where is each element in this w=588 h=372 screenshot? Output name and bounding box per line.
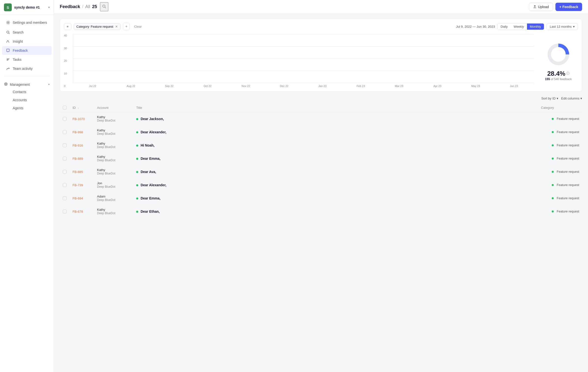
row-id-2[interactable]: FB-916: [73, 144, 83, 147]
clear-filters-button[interactable]: Clear: [132, 24, 144, 30]
row-title-2[interactable]: Hi Noah,: [141, 143, 155, 147]
col-account-header: Account: [94, 103, 133, 112]
sidebar-item-accounts[interactable]: Accounts: [2, 96, 52, 104]
row-title-3[interactable]: Dear Emma,: [141, 157, 160, 161]
x-label-sep22: Sep 22: [150, 85, 188, 87]
col-checkbox: [60, 103, 70, 112]
row-title-6[interactable]: Dear Emma,: [141, 196, 160, 200]
row-checkbox-4[interactable]: [63, 170, 67, 174]
filter-icon-button[interactable]: ≡: [64, 23, 71, 30]
category-label-7: Feature request: [557, 210, 579, 213]
sidebar-item-settings[interactable]: Settings and members: [2, 18, 52, 27]
account-sub-2: Deep BlueDot: [97, 145, 130, 149]
gear-icon: [6, 20, 10, 25]
row-id-6[interactable]: FB-694: [73, 197, 83, 200]
select-all-checkbox[interactable]: [63, 106, 67, 110]
x-label-jun23: Jun 23: [495, 85, 533, 87]
category-dot-6: [552, 197, 554, 199]
row-checkbox-6[interactable]: [63, 196, 67, 200]
info-icon[interactable]: ⓘ: [566, 71, 569, 76]
breadcrumb-separator: /: [82, 4, 83, 9]
search-icon: [6, 30, 10, 35]
account-sub-1: Deep BlueDot: [97, 132, 130, 136]
add-filter-button[interactable]: +: [123, 23, 130, 30]
last-12-months-dropdown[interactable]: Last 12 months ▾: [547, 23, 578, 30]
table-row: FB-885 Kathy Deep BlueDot Dear Ava, Feat…: [60, 165, 582, 178]
row-title-5[interactable]: Dear Alexander,: [141, 183, 166, 187]
row-id-0[interactable]: FB-1070: [73, 117, 85, 121]
sidebar-item-agents[interactable]: Agents: [2, 104, 52, 112]
row-id-1[interactable]: FB-998: [73, 130, 83, 134]
account-sub-6: Deep BlueDot: [97, 198, 130, 202]
sidebar-item-contacts[interactable]: Contacts: [2, 88, 52, 96]
row-title-4[interactable]: Dear Ava,: [141, 170, 156, 174]
upload-button[interactable]: Upload: [529, 3, 553, 11]
category-badge-0: Feature request: [541, 117, 579, 121]
category-dot-3: [552, 158, 554, 160]
sort-button[interactable]: Sort by ID ▾: [541, 97, 558, 100]
pie-percentage: 28.4%: [547, 70, 565, 77]
sidebar-nav: Settings and members Search Insight Feed…: [0, 15, 54, 372]
category-badge-4: Feature request: [541, 170, 579, 174]
account-name-4: Kathy: [97, 168, 130, 172]
filter-category-label: Category: [76, 25, 89, 28]
row-id-7[interactable]: FB-678: [73, 210, 83, 213]
account-sub-0: Deep BlueDot: [97, 119, 130, 122]
y-label-0: 0: [64, 85, 71, 87]
tasks-icon: [6, 57, 10, 62]
col-id-header[interactable]: ID ↓: [70, 103, 94, 112]
row-title-7[interactable]: Dear Ethan,: [141, 210, 160, 213]
workspace-name: syncly demo #1: [14, 5, 40, 9]
workspace-selector[interactable]: S syncly demo #1 ▾: [0, 0, 54, 15]
insight-icon: [6, 39, 10, 44]
management-toggle[interactable]: Management ▾: [4, 82, 50, 87]
row-id-3[interactable]: FB-889: [73, 157, 83, 161]
col-category-header: Category: [538, 103, 582, 112]
sort-arrow-icon: ↓: [78, 107, 79, 109]
table-controls: Sort by ID ▾ Edit columns ▾: [60, 97, 582, 100]
category-badge-2: Feature request: [541, 143, 579, 147]
row-checkbox-7[interactable]: [63, 210, 67, 213]
tab-weekly[interactable]: Weekly: [511, 24, 527, 30]
table-row: FB-678 Kathy Deep BlueDot Dear Ethan, Fe…: [60, 205, 582, 218]
svg-point-3: [5, 84, 6, 85]
col-title-header: Title: [133, 103, 538, 112]
row-checkbox-1[interactable]: [63, 130, 67, 134]
category-label-5: Feature request: [557, 183, 579, 187]
sidebar-item-tasks[interactable]: Tasks: [2, 55, 52, 64]
sidebar-item-search[interactable]: Search: [2, 28, 52, 37]
row-checkbox-2[interactable]: [63, 143, 67, 147]
management-label: Management: [10, 83, 30, 87]
svg-point-0: [8, 22, 9, 23]
category-badge-5: Feature request: [541, 183, 579, 187]
x-label-nov22: Nov 22: [227, 85, 265, 87]
filter-remove-icon[interactable]: ✕: [115, 25, 118, 28]
y-label-40: 40: [64, 34, 71, 37]
row-id-5[interactable]: FB-739: [73, 183, 83, 187]
search-button[interactable]: [100, 2, 108, 11]
row-title-1[interactable]: Dear Alexander,: [141, 130, 166, 134]
sidebar: S syncly demo #1 ▾ Settings and members …: [0, 0, 54, 372]
tab-daily[interactable]: Daily: [498, 24, 511, 30]
account-name-6: Adam: [97, 195, 130, 198]
row-checkbox-3[interactable]: [63, 157, 67, 161]
sidebar-item-team-activity[interactable]: Team activity: [2, 64, 52, 73]
add-feedback-button[interactable]: + Feedback: [555, 3, 582, 11]
pie-chart: [545, 41, 572, 68]
tab-monthly[interactable]: Monthly: [527, 24, 544, 30]
row-checkbox-5[interactable]: [63, 183, 67, 187]
time-period-tabs: Daily Weekly Monthly: [497, 23, 544, 30]
category-label-1: Feature request: [557, 130, 579, 134]
edit-columns-button[interactable]: Edit columns ▾: [561, 97, 582, 100]
date-range-controls: Jul 9, 2022 — Jun 30, 2023 Daily Weekly …: [456, 23, 578, 30]
category-filter-tag: Category Feature request ✕: [74, 23, 121, 30]
table-row: FB-889 Kathy Deep BlueDot Dear Emma, Fea…: [60, 152, 582, 165]
sidebar-item-insight[interactable]: Insight: [2, 37, 52, 46]
row-checkbox-0[interactable]: [63, 117, 67, 121]
category-dot-4: [552, 171, 554, 173]
category-badge-3: Feature request: [541, 157, 579, 160]
row-id-4[interactable]: FB-885: [73, 170, 83, 174]
row-title-0[interactable]: Dear Jackson,: [141, 117, 164, 121]
sidebar-item-feedback[interactable]: Feedback: [2, 46, 52, 55]
x-label-jul22: Jul 22: [74, 85, 111, 87]
